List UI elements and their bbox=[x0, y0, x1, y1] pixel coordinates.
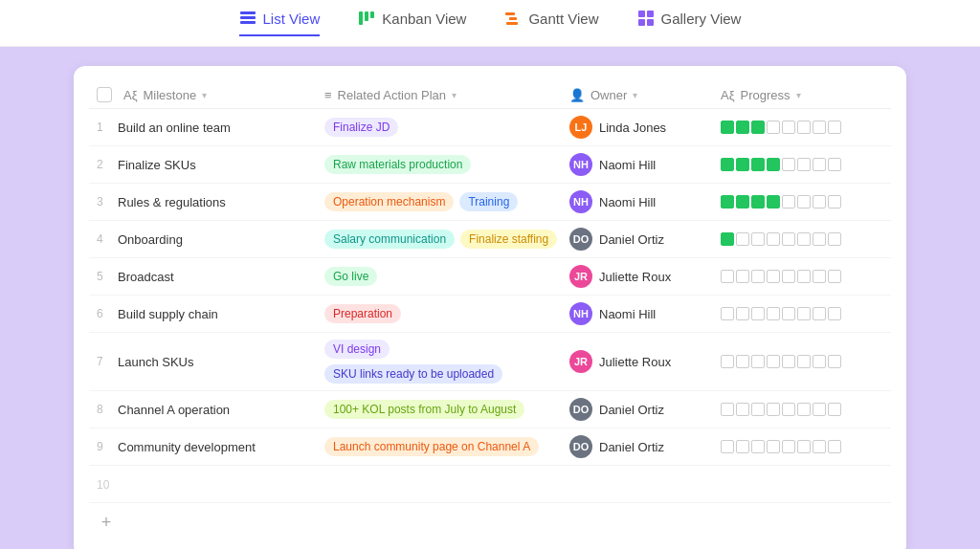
owner-name: Naomi Hill bbox=[599, 307, 656, 321]
progress-cell bbox=[721, 158, 883, 171]
milestone-cell: 6 Build supply chain bbox=[97, 307, 317, 321]
owner-cell: NH Naomi Hill bbox=[569, 190, 713, 213]
svg-rect-5 bbox=[370, 11, 374, 18]
owner-header-icon: 👤 bbox=[569, 88, 585, 102]
milestone-name[interactable]: Broadcast bbox=[118, 270, 174, 284]
progress-block bbox=[767, 232, 780, 246]
milestone-column-header[interactable]: Aξ Milestone ▾ bbox=[97, 87, 317, 102]
progress-header-icon: Aξ bbox=[721, 88, 735, 102]
milestone-name[interactable]: Onboarding bbox=[118, 232, 183, 247]
tag[interactable]: Go live bbox=[324, 267, 377, 286]
owner-cell: NH Naomi Hill bbox=[569, 302, 713, 325]
owner-column-header[interactable]: 👤 Owner ▾ bbox=[569, 88, 713, 102]
svg-rect-7 bbox=[509, 17, 517, 20]
progress-block bbox=[736, 307, 749, 320]
svg-rect-12 bbox=[647, 19, 654, 26]
tag[interactable]: 100+ KOL posts from July to August bbox=[324, 400, 524, 419]
row-number: 5 bbox=[97, 270, 112, 283]
tags-cell: Launch community page on Channel A bbox=[324, 437, 562, 456]
tag[interactable]: Finalize staffing bbox=[460, 230, 557, 249]
owner-cell: DO Daniel Ortiz bbox=[569, 435, 713, 458]
avatar: JR bbox=[569, 350, 592, 373]
tab-gantt-view[interactable]: Gantt View bbox=[504, 10, 598, 36]
progress-block bbox=[782, 195, 795, 209]
progress-block bbox=[767, 403, 780, 416]
related-plan-header-label: Related Action Plan bbox=[338, 88, 446, 102]
tag[interactable]: Salary communication bbox=[324, 230, 455, 249]
tag[interactable]: SKU links ready to be uploaded bbox=[324, 364, 502, 384]
tab-list-view[interactable]: List View bbox=[239, 10, 321, 36]
table-row: 2 Finalize SKUs Raw materials production… bbox=[89, 146, 891, 184]
milestone-name[interactable]: Finalize SKUs bbox=[118, 158, 196, 172]
progress-block bbox=[813, 121, 826, 134]
tag[interactable]: Launch community page on Channel A bbox=[324, 437, 539, 456]
progress-cell bbox=[721, 195, 883, 209]
tag[interactable]: Operation mechanism bbox=[324, 192, 454, 211]
related-plan-chevron: ▾ bbox=[452, 90, 457, 100]
progress-block bbox=[797, 270, 811, 283]
tab-gantt-view-label: Gantt View bbox=[528, 11, 598, 27]
milestone-header-label: Milestone bbox=[144, 88, 197, 102]
progress-block bbox=[767, 121, 780, 134]
avatar: DO bbox=[569, 398, 592, 421]
progress-block bbox=[721, 270, 734, 283]
table-card: Aξ Milestone ▾ ≡ Related Action Plan ▾ 👤… bbox=[74, 66, 906, 549]
related-plan-header-icon: ≡ bbox=[324, 88, 332, 102]
select-all-checkbox[interactable] bbox=[97, 87, 112, 102]
progress-block bbox=[797, 307, 811, 320]
progress-block bbox=[828, 403, 841, 416]
tag[interactable]: VI design bbox=[324, 340, 390, 359]
svg-rect-9 bbox=[638, 11, 645, 17]
row-number: 8 bbox=[97, 403, 112, 416]
progress-column-header[interactable]: Aξ Progress ▾ bbox=[721, 88, 883, 102]
owner-name: Daniel Ortiz bbox=[599, 440, 664, 454]
tag[interactable]: Finalize JD bbox=[324, 118, 398, 137]
progress-block bbox=[828, 121, 841, 134]
tags-cell: Finalize JD bbox=[324, 118, 562, 137]
avatar: JR bbox=[569, 265, 592, 288]
avatar: NH bbox=[569, 190, 592, 213]
svg-rect-2 bbox=[240, 21, 256, 24]
progress-block bbox=[767, 307, 780, 320]
progress-block bbox=[736, 270, 749, 283]
related-plan-column-header[interactable]: ≡ Related Action Plan ▾ bbox=[324, 88, 562, 102]
kanban-icon bbox=[358, 10, 375, 27]
progress-cell bbox=[721, 232, 883, 246]
progress-block bbox=[782, 270, 795, 283]
owner-name: Juliette Roux bbox=[599, 355, 671, 369]
milestone-name[interactable]: Rules & regulations bbox=[118, 195, 226, 209]
owner-cell: JR Juliette Roux bbox=[569, 350, 713, 373]
milestone-name[interactable]: Build supply chain bbox=[118, 307, 218, 321]
tag[interactable]: Training bbox=[459, 192, 518, 211]
progress-block bbox=[751, 270, 765, 283]
table-row: 8 Channel A operation 100+ KOL posts fro… bbox=[89, 391, 891, 428]
milestone-cell: 7 Launch SKUs bbox=[97, 355, 317, 369]
owner-name: Daniel Ortiz bbox=[599, 232, 664, 247]
milestone-name[interactable]: Channel A operation bbox=[118, 403, 230, 417]
row-number: 6 bbox=[97, 307, 112, 320]
tab-gallery-view[interactable]: Gallery View bbox=[637, 10, 742, 36]
avatar: NH bbox=[569, 153, 592, 176]
progress-block bbox=[736, 403, 749, 416]
progress-block bbox=[797, 158, 811, 171]
svg-rect-6 bbox=[505, 12, 515, 15]
progress-block bbox=[751, 158, 765, 171]
milestone-name[interactable]: Community development bbox=[118, 440, 256, 454]
milestone-name[interactable]: Launch SKUs bbox=[118, 355, 194, 369]
milestone-name[interactable]: Build an online team bbox=[118, 121, 231, 135]
progress-cell bbox=[721, 403, 883, 416]
gallery-icon bbox=[637, 10, 655, 27]
add-row[interactable]: + bbox=[89, 503, 891, 541]
add-row-button[interactable]: + bbox=[97, 513, 116, 532]
tag[interactable]: Preparation bbox=[324, 304, 401, 323]
tag[interactable]: Raw materials production bbox=[324, 155, 471, 174]
progress-block bbox=[767, 270, 780, 283]
tab-gallery-view-label: Gallery View bbox=[661, 11, 742, 27]
progress-block bbox=[736, 195, 749, 209]
progress-block bbox=[797, 440, 811, 453]
progress-block bbox=[828, 232, 841, 246]
owner-name: Naomi Hill bbox=[599, 158, 656, 172]
list-icon bbox=[239, 10, 256, 27]
tab-kanban-view[interactable]: Kanban View bbox=[358, 10, 466, 36]
progress-block bbox=[721, 232, 734, 246]
